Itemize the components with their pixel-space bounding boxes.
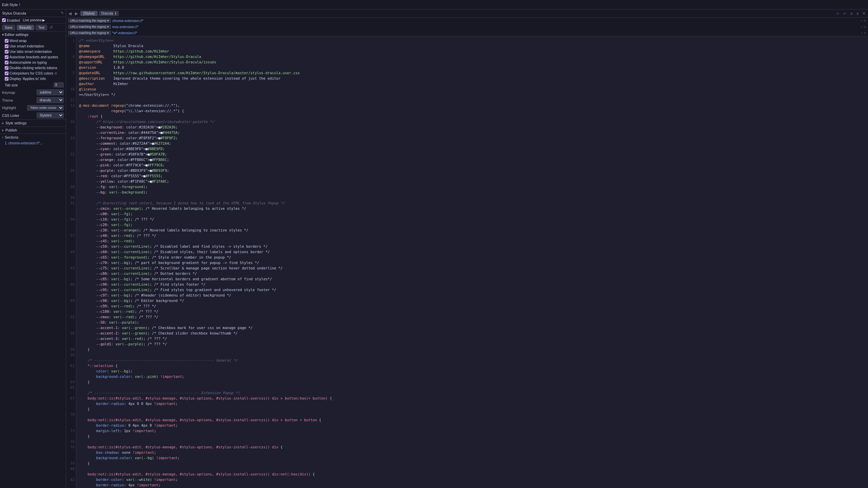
setting-checkbox[interactable] (5, 55, 8, 59)
code-line: --purple: color:#BD93F9">■#BD93F9; (79, 168, 865, 173)
url-badge[interactable]: URLs matching the regexp ▾ (68, 25, 111, 29)
code-line: border-color: var(--white) !important; (79, 477, 865, 482)
url-row: URLs matching the regexp ▾ *w*-extension… (66, 30, 868, 36)
url-badge[interactable]: URLs matching the regexp ▾ (68, 19, 111, 23)
setting-checkbox-label[interactable]: Autoclose brackets and quotes (5, 55, 58, 59)
setting-label: Use tabs smart indentation (9, 49, 52, 54)
url-add-button[interactable]: + (864, 31, 866, 35)
chevron-right-icon: ▶ (42, 18, 45, 22)
code-line: --c60: var(--currentLine); /* Disabled s… (79, 249, 865, 255)
edit-icon[interactable]: ✎ (61, 11, 64, 15)
publish-header[interactable]: ▶ Publish (0, 127, 66, 134)
apply-target[interactable]: Dracula ℹ (99, 11, 119, 16)
url-remove-button[interactable]: − (861, 31, 863, 35)
triangle-icon: ▶ (2, 122, 4, 125)
keymap-label: Keymap (2, 90, 15, 95)
publish-label: Publish (5, 128, 17, 132)
font-decrease-button[interactable]: A⁻ (835, 12, 841, 15)
url-badge[interactable]: URLs matching the regexp ▾ (68, 31, 111, 35)
code-line: @version 1.0.0 (79, 65, 865, 70)
code-line: /* Overwriting root colors, because I du… (79, 200, 865, 206)
url-value: moz-extension://* (112, 25, 138, 29)
code-line: --fg: var(--foreground); (79, 184, 865, 189)
setting-checkbox-label[interactable]: Word wrap (5, 39, 27, 43)
scroll-down-button[interactable]: ∨ (855, 11, 860, 16)
live-preview-button[interactable]: Live preview ▶ (22, 18, 46, 22)
css-linter-select[interactable]: Stylelint (37, 113, 64, 118)
url-value: chrome-extension://* (112, 19, 143, 23)
tab-size-input[interactable] (54, 82, 64, 87)
setting-checkbox-label[interactable]: Use tabs smart indentation (5, 49, 52, 54)
scroll-up-button[interactable]: ∧ (849, 11, 854, 16)
code-line: --cmin: var(--orange); /* Hovered labels… (79, 206, 865, 211)
setting-checkbox[interactable] (5, 61, 8, 64)
setting-checkbox-label[interactable]: Autocomplete on typing (5, 60, 47, 64)
setting-checkbox-label[interactable]: Display 'Applies to' info (5, 77, 46, 81)
setting-label: Double-clicking selects tokens (9, 66, 57, 70)
url-remove-button[interactable]: − (861, 25, 863, 29)
url-row-actions: − + (861, 25, 866, 29)
code-line: @name Stylus Dracula (79, 43, 865, 48)
editor-area: ◀ ▶ [Stylus] Dracula ℹ A⁻ A⁺ ∧ ∨ ✕ URLs … (66, 9, 868, 488)
triangle-icon-sections: ▾ (2, 136, 3, 139)
setting-checkbox[interactable] (5, 50, 8, 54)
test-button[interactable]: Test (36, 25, 47, 30)
setting-label: Use smart indentation (9, 44, 44, 48)
code-line: :root { (79, 114, 865, 119)
code-line: --c75: var(--currentLine); /* Scrollbar … (79, 265, 865, 271)
code-line: --c40: var(--red); /* ??? */ (79, 233, 865, 238)
code-line: } (79, 433, 865, 439)
publish-section[interactable]: ▶ Publish (0, 126, 66, 134)
section-item[interactable]: 1. chrome-extension://*... (0, 141, 66, 146)
refresh-icon[interactable]: ↺ (48, 25, 54, 30)
setting-checkbox-label[interactable]: Colorpickers for CSS colors ⚙ (5, 71, 57, 75)
setting-checkbox[interactable] (5, 72, 8, 75)
beautify-button[interactable]: Beautify (17, 25, 34, 30)
code-line (79, 412, 865, 417)
enabled-checkbox-label[interactable]: Enabled (2, 18, 20, 22)
url-remove-button[interactable]: − (861, 19, 863, 23)
setting-checkbox-label[interactable]: Use smart indentation (5, 44, 44, 48)
setting-label: Word wrap (9, 39, 27, 43)
nav-prev-button[interactable]: ◀ (67, 11, 73, 16)
keymap-select[interactable]: sublime (37, 89, 64, 95)
close-editor-button[interactable]: ✕ (861, 11, 867, 16)
top-bar: Edit Style ℹ (0, 0, 868, 9)
code-line: --orange: color:#FFB86C">■#FFB86C; (79, 157, 865, 162)
setting-checkbox[interactable] (5, 66, 8, 70)
enabled-checkbox[interactable] (2, 18, 6, 22)
code-line: --pink: color:#FF79C6">■#FF79C6; (79, 162, 865, 168)
theme-select[interactable]: dracula (37, 97, 64, 103)
setting-label: Autoclose brackets and quotes (9, 55, 58, 59)
theme-label: Theme (2, 98, 13, 102)
save-button[interactable]: Save (2, 25, 15, 30)
setting-checkbox[interactable] (5, 44, 8, 48)
code-line: --cmax: var(--red); /* ??? */ (79, 314, 865, 320)
highlight-select[interactable]: Token under cursor (27, 105, 64, 110)
code-line: --c30: var(--orange); /* Hovered labels … (79, 227, 865, 233)
code-content[interactable]: /* ==UserStyle==@name Stylus Dracula@nam… (76, 36, 868, 488)
sections-header[interactable]: ▾ Sections (0, 134, 66, 141)
code-line: /* ==UserStyle== (79, 38, 865, 43)
setting-checkbox-label[interactable]: Double-clicking selects tokens (5, 66, 57, 70)
url-add-button[interactable]: + (864, 25, 866, 29)
gear-icon[interactable]: ⚙ (54, 72, 57, 75)
apply-target-info-icon: ℹ (115, 12, 116, 15)
setting-checkbox[interactable] (5, 77, 8, 81)
style-settings-section[interactable]: ▶ Style settings (0, 119, 66, 126)
setting-row: Double-clicking selects tokens (0, 65, 66, 70)
setting-checkbox[interactable] (5, 39, 8, 43)
code-line: @-moz-document regexp("chrome-extension:… (79, 103, 865, 108)
editor-settings-header[interactable]: ▾ Editor settings (0, 32, 66, 38)
code-container[interactable]: 1471012131619222528303134374043464952555… (66, 36, 868, 488)
nav-next-button[interactable]: ▶ (74, 11, 79, 16)
font-increase-button[interactable]: A⁺ (842, 12, 848, 15)
style-settings-header[interactable]: ▶ Style settings (0, 120, 66, 126)
stylus-tab[interactable]: [Stylus] (80, 11, 98, 16)
code-line: --c70: var(--bg); /* part of background … (79, 260, 865, 265)
sections-list: 1. chrome-extension://*... (0, 141, 66, 146)
toolbar-right: A⁻ A⁺ ∧ ∨ ✕ (835, 11, 867, 16)
setting-row: Word wrap (0, 38, 66, 43)
url-add-button[interactable]: + (864, 19, 866, 23)
info-icon[interactable]: ℹ (19, 3, 20, 6)
